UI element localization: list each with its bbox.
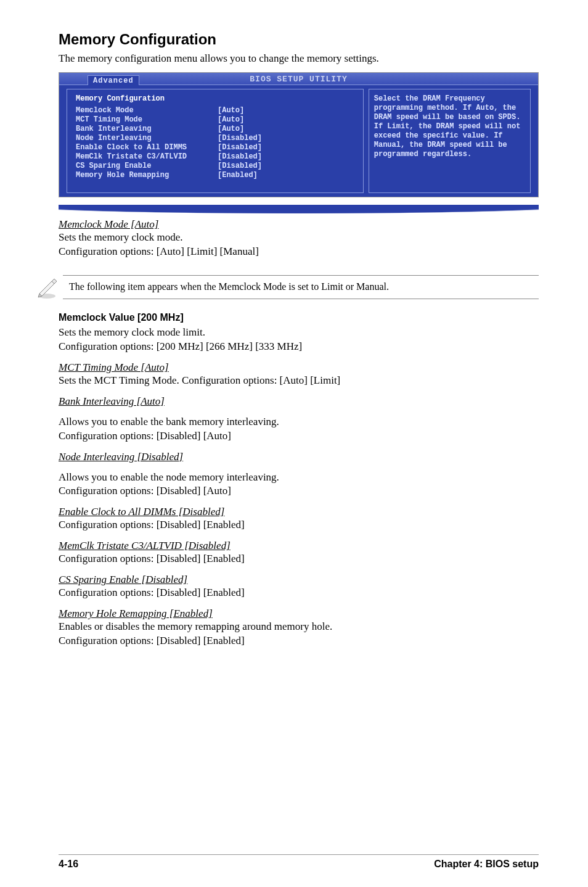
bios-body: Memory Configuration Memclock Mode[Auto]… [59,85,538,197]
bios-row-value: [Auto] [218,125,244,134]
intro-text: The memory configuration menu allows you… [59,52,539,66]
bios-row-label: MCT Timing Mode [76,115,218,125]
bios-row-label: Memory Hole Remapping [76,171,218,180]
bios-row-label: Enable Clock to All DIMMS [76,143,218,152]
bios-row: MCT Timing Mode[Auto] [76,115,356,125]
bios-row: Memory Hole Remapping[Enabled] [76,171,356,180]
mct-heading: MCT Timing Mode [Auto] [59,361,539,374]
bios-row-value: [Disabled] [218,162,262,171]
bios-row-label: Node Interleaving [76,134,218,143]
node-desc: Allows you to enable the node memory int… [59,471,539,485]
bios-row: Bank Interleaving[Auto] [76,125,356,134]
memory-hole-desc: Enables or disables the memory remapping… [59,620,539,634]
bios-row-label: CS Sparing Enable [76,162,218,171]
tristate-heading: MemClk Tristate C3/ALTVID [Disabled] [59,540,539,552]
bank-heading: Bank Interleaving [Auto] [59,395,539,408]
memory-hole-heading: Memory Hole Remapping [Enabled] [59,608,539,620]
bios-help-text: Select the DRAM Frequency programming me… [374,94,521,159]
bios-row-label: Memclock Mode [76,106,218,115]
bios-main-panel: Memory Configuration Memclock Mode[Auto]… [67,89,364,193]
bios-row: CS Sparing Enable[Disabled] [76,162,356,171]
note-text: The following item appears when the Memc… [63,275,539,299]
bios-row: Enable Clock to All DIMMS[Disabled] [76,143,356,152]
bios-row-value: [Auto] [218,106,244,115]
bios-tab-advanced: Advanced [88,75,139,85]
mct-desc: Sets the MCT Timing Mode. Configuration … [59,374,539,388]
bios-row-value: [Enabled] [218,171,258,180]
note-callout: The following item appears when the Memc… [31,268,539,306]
bios-row-label: Bank Interleaving [76,125,218,134]
bios-row-value: [Disabled] [218,152,262,162]
bios-row-label: MemClk Tristate C3/ATLVID [76,152,218,162]
memclock-value-heading: Memclock Value [200 MHz] [59,312,539,323]
bios-screenshot: BIOS SETUP UTILITY Advanced Memory Confi… [59,72,539,197]
memclock-value-desc: Sets the memory clock mode limit. [59,326,539,340]
bios-row: Memclock Mode[Auto] [76,106,356,115]
node-opts: Configuration options: [Disabled] [Auto] [59,484,539,498]
bios-main-title: Memory Configuration [76,94,356,104]
bios-row-value: [Auto] [218,115,244,125]
bios-header-title: BIOS SETUP UTILITY [250,75,347,84]
bank-opts: Configuration options: [Disabled] [Auto] [59,429,539,444]
enable-clock-opts: Configuration options: [Disabled] [Enabl… [59,518,539,532]
node-heading: Node Interleaving [Disabled] [59,451,539,463]
pencil-note-icon [31,274,63,301]
bios-row: MemClk Tristate C3/ATLVID[Disabled] [76,152,356,162]
memclock-mode-heading: Memclock Mode [Auto] [59,218,539,231]
bios-row: Node Interleaving[Disabled] [76,134,356,143]
cs-sparing-opts: Configuration options: [Disabled] [Enabl… [59,586,539,600]
memclock-mode-opts: Configuration options: [Auto] [Limit] [M… [59,245,539,259]
page-number: 4-16 [59,859,78,870]
cs-sparing-heading: CS Sparing Enable [Disabled] [59,574,539,586]
chapter-label: Chapter 4: BIOS setup [434,859,539,870]
memclock-mode-desc: Sets the memory clock mode. [59,231,539,245]
memory-hole-opts: Configuration options: [Disabled] [Enabl… [59,634,539,648]
bank-desc: Allows you to enable the bank memory int… [59,415,539,429]
memclock-value-opts: Configuration options: [200 MHz] [266 MH… [59,340,539,354]
bios-header: BIOS SETUP UTILITY Advanced [59,73,538,85]
section-title: Memory Configuration [59,31,539,48]
bios-help-panel: Select the DRAM Frequency programming me… [369,89,531,193]
bios-torn-edge [59,205,539,213]
page-footer: 4-16 Chapter 4: BIOS setup [59,854,539,870]
enable-clock-heading: Enable Clock to All DIMMs [Disabled] [59,506,539,518]
bios-row-value: [Disabled] [218,143,262,152]
bios-row-value: [Disabled] [218,134,262,143]
tristate-opts: Configuration options: [Disabled] [Enabl… [59,552,539,566]
